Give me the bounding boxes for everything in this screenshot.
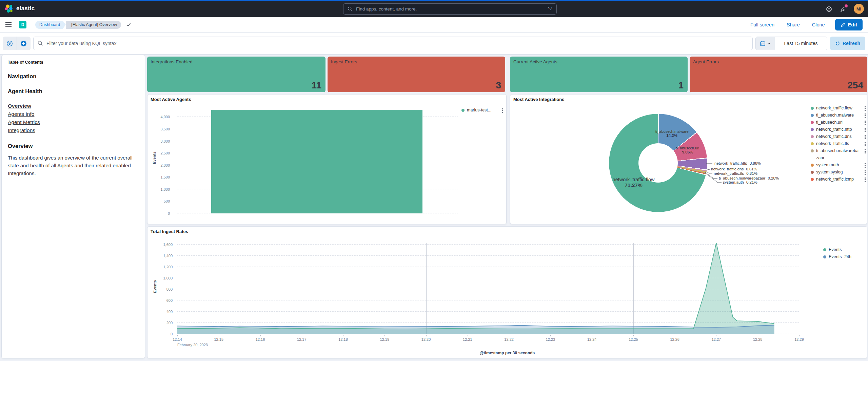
elastic-logo[interactable]: elastic xyxy=(5,4,35,13)
y-axis-label: Events xyxy=(153,280,157,293)
refresh-button[interactable]: Refresh xyxy=(830,37,865,50)
kql-filter-input[interactable] xyxy=(46,41,748,46)
legend-label: network_traffic.icmp xyxy=(816,176,854,183)
calendar-icon xyxy=(760,41,766,46)
dashboard-app-badge[interactable]: D xyxy=(19,21,26,28)
x-tick-mark xyxy=(592,335,592,336)
legend-dot xyxy=(811,107,814,110)
global-search-input[interactable] xyxy=(356,6,544,12)
x-tick-label: 12:28 xyxy=(753,337,763,341)
legend-item[interactable]: ti_abusech.malware xyxy=(811,112,866,119)
elastic-logo-icon xyxy=(5,4,14,13)
x-tick-label: 12:15 xyxy=(214,337,224,341)
menu-icon[interactable] xyxy=(5,22,12,27)
x-tick-mark xyxy=(426,335,427,336)
clone-button[interactable]: Clone xyxy=(812,22,825,27)
legend-item[interactable]: Events xyxy=(823,246,857,253)
saved-query-icon[interactable] xyxy=(3,37,17,50)
newsfeed-icon[interactable] xyxy=(839,5,848,14)
breadcrumb-dashboard[interactable]: Dashboard xyxy=(35,21,63,29)
legend-label: Events -24h xyxy=(829,253,851,260)
legend-menu-icon[interactable] xyxy=(865,106,866,111)
legend-dot xyxy=(811,171,814,174)
legend-item[interactable]: network_traffic.flow xyxy=(811,105,866,112)
legend-menu-icon[interactable] xyxy=(865,121,866,125)
legend-menu-icon[interactable] xyxy=(865,135,866,139)
legend-menu-icon[interactable] xyxy=(865,163,866,168)
legend-item[interactable]: system.auth xyxy=(811,162,866,169)
x-tick-label: 12:29 xyxy=(794,337,804,341)
x-tick-mark xyxy=(384,335,385,336)
chart-legend: EventsEvents -24h xyxy=(823,246,857,260)
y-tick-label: 2,000 xyxy=(160,163,170,167)
help-icon[interactable] xyxy=(825,5,833,14)
toc-heading-navigation: Navigation xyxy=(8,73,139,80)
x-tick-mark xyxy=(550,335,551,336)
x-tick-mark xyxy=(509,335,509,336)
y-tick-label: 2,500 xyxy=(160,151,170,155)
time-range-value[interactable]: Last 15 minutes xyxy=(775,37,827,50)
legend-item[interactable]: Events -24h xyxy=(823,253,857,260)
user-avatar[interactable]: MI xyxy=(854,4,864,14)
chart-legend: marius-test... xyxy=(461,107,503,114)
legend-item[interactable]: network_traffic.http xyxy=(811,126,866,133)
legend-item[interactable]: ti_abusech.malwarebazaar xyxy=(811,147,866,162)
add-filter-icon[interactable] xyxy=(17,37,31,50)
edit-button[interactable]: Edit xyxy=(835,19,863,30)
legend-dot xyxy=(811,121,814,124)
legend-dot xyxy=(461,109,465,112)
legend-dot xyxy=(811,178,814,181)
dashboard-canvas: Table of Contents Navigation Agent Healt… xyxy=(0,55,868,361)
area-chart[interactable] xyxy=(177,243,799,334)
legend-item[interactable]: system.syslog xyxy=(811,169,866,176)
legend-item[interactable]: network_traffic.icmp xyxy=(811,176,866,183)
legend-label: ti_abusech.malwarebazaar xyxy=(816,147,860,162)
full-screen-button[interactable]: Full screen xyxy=(750,22,774,27)
x-tick-label: 12:21 xyxy=(463,337,472,341)
legend-menu-icon[interactable] xyxy=(865,142,866,146)
bar-marius-test[interactable] xyxy=(211,110,422,213)
legend-item[interactable]: network_traffic.dns xyxy=(811,133,866,140)
kql-filter-field[interactable] xyxy=(33,37,753,50)
chevron-down-icon xyxy=(767,42,771,45)
notification-dot xyxy=(845,4,848,7)
global-search[interactable]: ^/ xyxy=(343,3,557,15)
metric-tile-ingest-errors: Ingest Errors 3 xyxy=(328,57,505,92)
metric-label: Integrations Enabled xyxy=(151,59,322,64)
metric-tile-agent-errors: Agent Errors 254 xyxy=(690,57,867,92)
legend-menu-icon[interactable] xyxy=(865,128,866,132)
pie-callout-tls: network_traffic.tls0.31% xyxy=(714,171,757,175)
legend-menu-icon[interactable] xyxy=(865,177,866,182)
toc-link-overview[interactable]: Overview xyxy=(8,102,139,110)
legend-dot xyxy=(811,114,814,117)
x-tick-label: 12:17 xyxy=(297,337,307,341)
legend-menu-icon[interactable] xyxy=(865,149,866,153)
x-tick-label: 12:23 xyxy=(546,337,555,341)
toc-link-agents-info[interactable]: Agents Info xyxy=(8,110,139,118)
metric-value: 11 xyxy=(311,80,321,91)
x-tick-label: 12:18 xyxy=(338,337,348,341)
toc-description: This dashboard gives an overview of the … xyxy=(8,154,139,177)
breadcrumb-current[interactable]: [Elastic Agent] Overview xyxy=(66,21,121,29)
y-tick-label: 3,000 xyxy=(160,139,170,143)
events-area xyxy=(177,243,774,334)
pie-label-ti-abusech-url: ti_abusech.url 9.05% xyxy=(676,146,699,154)
legend-menu-icon[interactable] xyxy=(502,108,503,113)
x-tick-mark xyxy=(716,335,716,336)
legend-item[interactable]: ti_abusech.url xyxy=(811,119,866,126)
toc-link-integrations[interactable]: Integrations xyxy=(8,126,139,134)
toc-heading-agent-health: Agent Health xyxy=(8,88,139,95)
legend-label: Events xyxy=(829,246,842,253)
donut-chart[interactable]: ti_abusech.malware 14.2% ti_abusech.url … xyxy=(609,114,707,212)
legend-item[interactable]: network_traffic.tls xyxy=(811,140,866,147)
y-tick-label: 3,500 xyxy=(160,127,170,131)
legend-menu-icon[interactable] xyxy=(865,113,866,118)
metric-label: Ingest Errors xyxy=(331,59,502,64)
calendar-button[interactable] xyxy=(756,37,775,50)
share-button[interactable]: Share xyxy=(787,22,800,27)
legend-menu-icon[interactable] xyxy=(865,170,866,175)
x-tick-mark xyxy=(675,335,675,336)
toc-link-agent-metrics[interactable]: Agent Metrics xyxy=(8,118,139,126)
legend-item[interactable]: marius-test... xyxy=(461,107,503,114)
refresh-icon xyxy=(835,41,840,46)
